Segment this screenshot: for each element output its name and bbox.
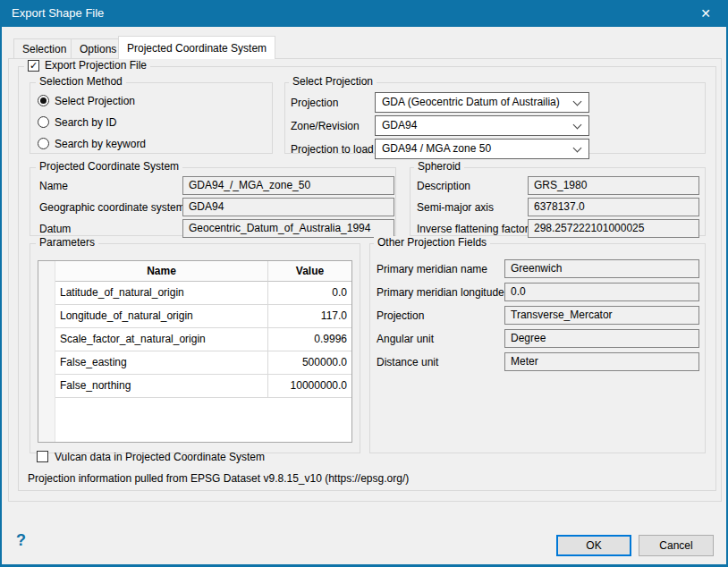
zone-revision-dropdown-value: GDA94 <box>382 116 567 135</box>
tab-pane: ✓ Export Projection File Selection Metho… <box>8 58 722 502</box>
other-projection-fields-title: Other Projection Fields <box>374 236 490 249</box>
export-projection-file-legend: ✓ Export Projection File <box>24 59 150 72</box>
primary-meridian-longitude-label: Primary meridian longitude <box>377 286 504 299</box>
primary-meridian-name-label: Primary meridian name <box>377 263 487 275</box>
vulcan-data-checkbox[interactable] <box>37 451 48 462</box>
param-name-cell[interactable]: False_easting <box>55 351 268 375</box>
export-projection-file-group: ✓ Export Projection File Selection Metho… <box>18 66 716 491</box>
param-name-cell[interactable]: Longitude_of_natural_origin <box>55 305 268 328</box>
window-title: Export Shape File <box>12 0 104 27</box>
parameters-title: Parameters <box>36 236 98 249</box>
select-projection-title: Select Projection <box>289 75 377 88</box>
radio-search-by-keyword[interactable] <box>38 138 49 149</box>
row-number-strip <box>38 261 55 442</box>
primary-meridian-name-field[interactable]: Greenwich <box>504 259 699 278</box>
angular-unit-label: Angular unit <box>377 333 434 345</box>
description-field[interactable]: GRS_1980 <box>528 176 699 195</box>
projection-label: Projection <box>291 97 338 109</box>
angular-unit-field[interactable]: Degree <box>504 329 699 348</box>
param-name-cell[interactable]: Latitude_of_natural_origin <box>55 282 268 305</box>
radio-search-by-keyword-label[interactable]: Search by keyword <box>55 138 146 150</box>
table-header-row: Name Value <box>38 261 351 282</box>
ok-button[interactable]: OK <box>556 535 631 556</box>
chevron-down-icon <box>573 144 582 153</box>
name-column-header: Name <box>55 261 268 282</box>
parameters-group: Parameters Name Value 1 Latitude_of_natu… <box>30 243 360 453</box>
table-row[interactable]: 5 False_northing 10000000.0 <box>38 375 351 398</box>
table-row[interactable]: 4 False_easting 500000.0 <box>38 351 351 375</box>
projection-to-load-dropdown-value: GDA94 / MGA zone 50 <box>382 140 567 158</box>
param-value-cell[interactable]: 10000000.0 <box>268 375 351 398</box>
zone-revision-dropdown[interactable]: GDA94 <box>375 115 589 136</box>
datum-field[interactable]: Geocentric_Datum_of_Australia_1994 <box>182 219 394 238</box>
distance-unit-field[interactable]: Meter <box>504 352 699 371</box>
table-row[interactable]: 2 Longitude_of_natural_origin 117.0 <box>38 305 351 328</box>
param-value-cell[interactable]: 0.9996 <box>268 328 351 351</box>
titlebar: Export Shape File ✕ <box>2 0 726 27</box>
distance-unit-label: Distance unit <box>377 356 438 368</box>
semi-major-axis-label: Semi-major axis <box>417 201 494 214</box>
chevron-down-icon <box>573 121 582 130</box>
export-projection-file-checkbox[interactable]: ✓ <box>28 60 39 72</box>
datum-label: Datum <box>39 223 71 235</box>
projection-to-load-dropdown[interactable]: GDA94 / MGA zone 50 <box>375 139 589 159</box>
tab-projected-coordinate-system[interactable]: Projected Coordinate System <box>118 36 275 59</box>
param-value-cell[interactable]: 117.0 <box>268 305 351 328</box>
other-projection-fields-group: Other Projection Fields Primary meridian… <box>369 243 706 453</box>
help-icon[interactable]: ? <box>16 531 26 550</box>
epsg-note: Projection information pulled from EPSG … <box>28 472 409 485</box>
param-value-cell[interactable]: 0.0 <box>268 282 351 305</box>
parameters-table: Name Value 1 Latitude_of_natural_origin … <box>38 260 352 443</box>
radio-search-by-id-label[interactable]: Search by ID <box>55 116 116 129</box>
radio-select-projection[interactable] <box>38 95 49 106</box>
zone-revision-label: Zone/Revision <box>291 120 360 132</box>
value-column-header: Value <box>268 261 351 282</box>
inverse-flattening-factor-field[interactable]: 298.257222101000025 <box>528 219 699 238</box>
projection-dropdown[interactable]: GDA (Geocentric Datum of Austrailia) <box>375 92 589 113</box>
projected-coordinate-system-group: Projected Coordinate System Name GDA94_/… <box>30 167 396 236</box>
name-label: Name <box>39 180 68 192</box>
selection-method-group: Selection Method Select Projection Searc… <box>30 82 273 154</box>
projected-coordinate-system-title: Projected Coordinate System <box>36 160 182 173</box>
export-projection-file-label: Export Projection File <box>45 59 147 72</box>
param-value-cell[interactable]: 500000.0 <box>268 351 351 375</box>
param-name-cell[interactable]: False_northing <box>55 375 268 398</box>
export-shape-file-dialog: Export Shape File ✕ Selection Options Pr… <box>0 0 728 567</box>
description-label: Description <box>417 180 470 192</box>
select-projection-group: Select Projection Projection GDA (Geocen… <box>284 82 706 154</box>
vulcan-data-checkbox-label[interactable]: Vulcan data in Projected Coordinate Syst… <box>55 451 265 463</box>
projection-field[interactable]: Transverse_Mercator <box>504 306 699 325</box>
projection-field-label: Projection <box>377 309 424 322</box>
table-row[interactable]: 3 Scale_factor_at_natural_origin 0.9996 <box>38 328 351 351</box>
cancel-button[interactable]: Cancel <box>639 535 714 556</box>
semi-major-axis-field[interactable]: 6378137.0 <box>528 198 699 216</box>
projection-to-load-label: Projection to load <box>291 143 374 156</box>
name-field[interactable]: GDA94_/_MGA_zone_50 <box>182 176 394 195</box>
radio-search-by-id[interactable] <box>38 116 49 128</box>
table-row[interactable]: 1 Latitude_of_natural_origin 0.0 <box>38 282 351 305</box>
primary-meridian-longitude-field[interactable]: 0.0 <box>504 283 699 301</box>
selection-method-title: Selection Method <box>36 75 126 88</box>
geographic-coordinate-system-label: Geographic coordinate system <box>39 201 185 214</box>
chevron-down-icon <box>573 97 582 106</box>
radio-select-projection-label[interactable]: Select Projection <box>55 95 135 107</box>
spheroid-group: Spheroid Description GRS_1980 Semi-major… <box>410 167 706 236</box>
geographic-coordinate-system-field[interactable]: GDA94 <box>182 198 394 216</box>
close-icon[interactable]: ✕ <box>685 0 726 27</box>
spheroid-title: Spheroid <box>414 160 464 173</box>
inverse-flattening-factor-label: Inverse flattening factor <box>417 223 529 235</box>
param-name-cell[interactable]: Scale_factor_at_natural_origin <box>55 328 268 351</box>
projection-dropdown-value: GDA (Geocentric Datum of Austrailia) <box>382 93 567 112</box>
tab-selection[interactable]: Selection <box>13 38 75 59</box>
